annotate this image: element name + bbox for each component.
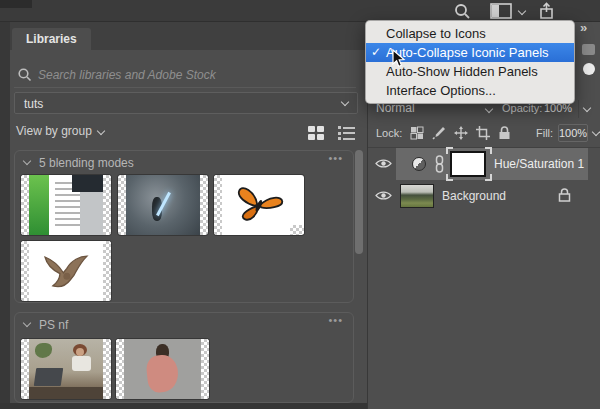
- layer-row-background[interactable]: Background: [368, 180, 600, 212]
- mouse-cursor: [392, 49, 406, 73]
- transparency-checker: [21, 339, 29, 399]
- transparency-checker: [103, 339, 111, 399]
- transparency-checker: [214, 175, 222, 235]
- chevron-down-icon: [341, 98, 349, 106]
- group-header[interactable]: PS nf •••: [15, 313, 353, 335]
- visibility-eye-icon[interactable]: [375, 188, 392, 206]
- chevron-down-icon[interactable]: [485, 105, 493, 113]
- top-bar: [0, 0, 600, 22]
- library-select[interactable]: tuts: [14, 92, 358, 114]
- mask-selection-corner: [446, 147, 453, 154]
- libraries-panel: Libraries tuts View by group 5 blending …: [10, 22, 367, 403]
- link-mask-icon[interactable]: [434, 155, 445, 177]
- chevron-down-icon: [97, 127, 105, 135]
- group-header[interactable]: 5 blending modes •••: [15, 151, 353, 173]
- more-options-icon[interactable]: •••: [328, 152, 343, 164]
- mask-selection-corner: [485, 147, 492, 154]
- library-item-woman-at-desk[interactable]: [21, 339, 111, 399]
- library-item-woman-dancing[interactable]: [116, 339, 209, 399]
- search-icon: [17, 67, 32, 82]
- lock-label: Lock:: [376, 127, 402, 139]
- chevron-down-icon: [583, 104, 591, 112]
- transparency-checker: [116, 339, 124, 399]
- libraries-tab-bar: Libraries: [10, 22, 367, 50]
- checkmark-icon: ✓: [371, 43, 381, 62]
- tab-libraries[interactable]: Libraries: [12, 28, 91, 50]
- menu-item-interface-options[interactable]: Interface Options...: [366, 81, 574, 100]
- photoshop-workspace: Libraries tuts View by group 5 blending …: [0, 0, 600, 409]
- library-item-fantasy-warrior[interactable]: [118, 175, 208, 235]
- view-by-group-control[interactable]: View by group: [16, 124, 104, 144]
- chevron-down-icon: [592, 128, 600, 136]
- layer-name[interactable]: Hue/Saturation 1: [494, 157, 584, 171]
- dock-panel-icon[interactable]: [582, 44, 595, 55]
- adjustment-layer-icon: [412, 157, 426, 171]
- top-bar-notch: [0, 0, 32, 8]
- view-by-group-label: View by group: [16, 124, 92, 138]
- layer-thumbnail[interactable]: [400, 184, 434, 208]
- library-item-green-document[interactable]: [21, 175, 111, 235]
- library-group-ps-nf: PS nf •••: [14, 312, 354, 403]
- layer-row-hue-saturation[interactable]: Hue/Saturation 1: [368, 148, 600, 180]
- library-search-row: [14, 62, 356, 88]
- transparency-checker: [200, 175, 208, 235]
- butterfly-image: [230, 184, 288, 226]
- grid-view-icon[interactable]: [308, 126, 324, 140]
- fill-value[interactable]: 100%: [558, 124, 588, 142]
- layer-mask-thumbnail[interactable]: [450, 151, 486, 177]
- library-select-value: tuts: [24, 97, 43, 111]
- chevron-down-icon[interactable]: [518, 7, 526, 15]
- transparency-checker: [118, 175, 126, 235]
- lock-transparency-icon[interactable]: [410, 126, 424, 144]
- opacity-dropdown-button[interactable]: [578, 100, 596, 118]
- transparency-checker: [21, 175, 29, 235]
- libraries-scrollbar[interactable]: [355, 150, 363, 254]
- list-view-icon[interactable]: [338, 126, 356, 140]
- fill-label: Fill:: [536, 127, 553, 139]
- menu-item-collapse-to-icons[interactable]: Collapse to Icons: [366, 24, 574, 43]
- panel-bottom-edge: [0, 403, 367, 409]
- layer-lock-icon: [558, 188, 571, 206]
- library-group-blending-modes: 5 blending modes •••: [14, 150, 354, 303]
- chevron-down-icon: [23, 319, 31, 327]
- transparency-checker: [290, 225, 304, 235]
- lock-artboard-icon[interactable]: [476, 126, 490, 144]
- lock-position-icon[interactable]: [454, 126, 468, 144]
- dock-adjustment-icon[interactable]: [583, 63, 595, 75]
- library-item-butterfly[interactable]: [214, 175, 304, 235]
- collapse-panels-icon[interactable]: »: [580, 20, 586, 35]
- visibility-eye-icon[interactable]: [375, 156, 392, 174]
- chevron-down-icon: [23, 157, 31, 165]
- transparency-checker: [21, 241, 29, 301]
- lock-row: Lock: Fill: 100%: [368, 122, 600, 148]
- transparency-checker: [103, 241, 111, 301]
- lock-all-icon[interactable]: [498, 126, 511, 144]
- library-item-dragon[interactable]: [21, 241, 111, 301]
- group-name: PS nf: [39, 318, 68, 332]
- group-name: 5 blending modes: [39, 156, 134, 170]
- library-search-input[interactable]: [38, 65, 338, 85]
- layer-name[interactable]: Background: [442, 189, 506, 203]
- fill-dropdown-button[interactable]: [590, 124, 600, 142]
- transparency-checker: [103, 175, 111, 235]
- transparency-checker: [201, 339, 209, 399]
- more-options-icon[interactable]: •••: [328, 314, 343, 326]
- lock-pixels-brush-icon[interactable]: [432, 126, 446, 144]
- dragon-image: [38, 249, 94, 293]
